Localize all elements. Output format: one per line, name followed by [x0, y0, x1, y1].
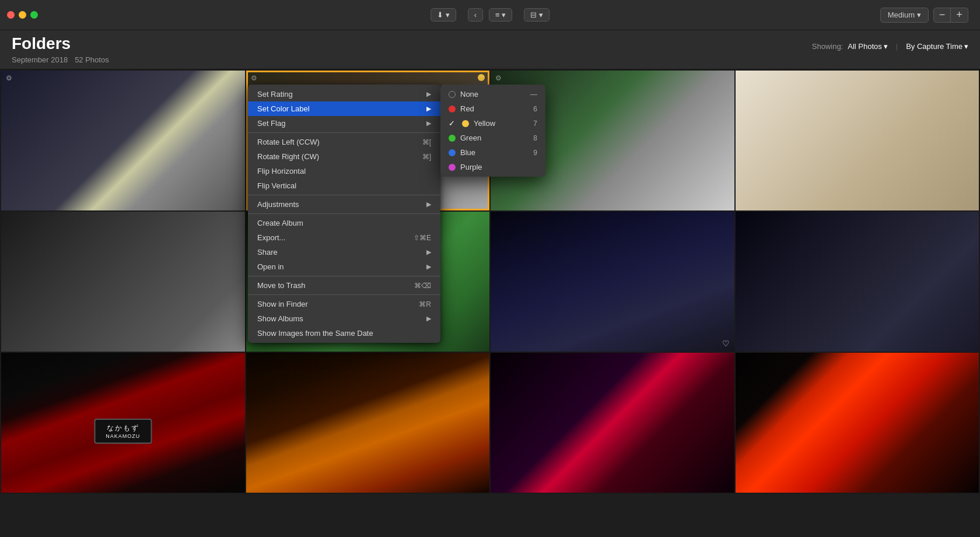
- ctx-share[interactable]: Share ▶: [248, 245, 440, 259]
- photo-cell[interactable]: [736, 353, 979, 493]
- menu-divider: [248, 132, 440, 133]
- color-blue[interactable]: Blue 9: [440, 145, 545, 160]
- separator: |: [896, 42, 898, 51]
- photo-cell[interactable]: [1, 212, 245, 352]
- shortcut-label: ⇧⌘E: [414, 234, 431, 242]
- color-dot-red: [449, 106, 456, 113]
- yellow-label-dot: [478, 74, 485, 81]
- zoom-controls: − +: [933, 8, 968, 23]
- page-title: Folders: [12, 35, 109, 53]
- menu-divider: [248, 294, 440, 295]
- ctx-show-in-finder[interactable]: Show in Finder ⌘R: [248, 297, 440, 311]
- ctx-flip-horizontal[interactable]: Flip Horizontal: [248, 164, 440, 178]
- color-none[interactable]: None —: [440, 87, 545, 101]
- ctx-set-rating[interactable]: Set Rating ▶: [248, 87, 440, 101]
- photo-cell[interactable]: ⚙: [1, 71, 245, 210]
- ctx-show-albums[interactable]: Show Albums ▶: [248, 311, 440, 326]
- titlebar: ⬇ ▾ ‹ ≡ ▾ ⊟ ▾ Medium ▾ − +: [0, 0, 980, 30]
- ctx-rotate-right[interactable]: Rotate Right (CW) ⌘]: [248, 149, 440, 164]
- color-label-submenu: None — Red 6 ✓ Yellow 7 Green 8 Blue 9: [440, 85, 545, 177]
- photo-cell[interactable]: [491, 353, 734, 493]
- color-dot-blue: [449, 149, 456, 156]
- download-button[interactable]: ⬇ ▾: [430, 8, 456, 22]
- menu-divider: [248, 276, 440, 276]
- ctx-set-flag[interactable]: Set Flag ▶: [248, 116, 440, 131]
- ctx-rotate-left[interactable]: Rotate Left (CCW) ⌘[: [248, 135, 440, 149]
- traffic-lights: [7, 11, 38, 19]
- sort-chevron: ▾: [964, 42, 968, 51]
- shortcut-label: ⌘⌫: [414, 282, 431, 290]
- showing-value[interactable]: All Photos ▾: [848, 42, 888, 51]
- menu-divider: [248, 195, 440, 195]
- ctx-move-to-trash[interactable]: Move to Trash ⌘⌫: [248, 278, 440, 293]
- ctx-adjustments[interactable]: Adjustments ▶: [248, 197, 440, 212]
- photo-cell[interactable]: [736, 71, 979, 210]
- photo-cell[interactable]: ♡: [491, 212, 734, 352]
- adjust-icon: ⚙: [495, 74, 502, 82]
- list-view-button[interactable]: ≡ ▾: [489, 8, 512, 22]
- none-circle: [449, 91, 456, 98]
- adjust-icon: ⚙: [251, 74, 257, 82]
- shortcut-label: ⌘[: [422, 138, 431, 146]
- ctx-flip-vertical[interactable]: Flip Vertical: [248, 178, 440, 193]
- color-green[interactable]: Green 8: [440, 131, 545, 145]
- submenu-arrow: ▶: [426, 120, 431, 127]
- ctx-open-in[interactable]: Open in ▶: [248, 259, 440, 274]
- color-label: Purple: [460, 163, 482, 171]
- toolbar-center: ⬇ ▾ ‹ ≡ ▾ ⊟ ▾: [430, 8, 550, 22]
- submenu-arrow: ▶: [426, 105, 431, 113]
- menu-divider: [248, 213, 440, 214]
- close-button[interactable]: [7, 11, 15, 19]
- maximize-button[interactable]: [30, 11, 38, 19]
- showing-label: Showing:: [812, 42, 843, 51]
- color-label: None: [460, 90, 478, 99]
- ctx-export[interactable]: Export... ⇧⌘E: [248, 230, 440, 245]
- zoom-in-button[interactable]: +: [951, 8, 968, 23]
- shortcut-label: ⌘]: [422, 153, 431, 161]
- color-label: Red: [460, 104, 474, 113]
- medium-label: Medium: [888, 10, 915, 19]
- checkmark-icon: ✓: [449, 119, 455, 128]
- submenu-arrow: ▶: [426, 315, 431, 322]
- color-red[interactable]: Red 6: [440, 101, 545, 116]
- showing-chevron: ▾: [884, 42, 888, 51]
- minimize-button[interactable]: [19, 11, 26, 19]
- adjust-icon: ⚙: [6, 74, 12, 82]
- view-toggle-button[interactable]: ⊟ ▾: [524, 8, 550, 22]
- color-dot-purple: [449, 164, 456, 171]
- color-label: Green: [460, 134, 481, 142]
- color-purple[interactable]: Purple: [440, 160, 545, 174]
- zoom-out-button[interactable]: −: [933, 8, 951, 23]
- nav-back-button[interactable]: ‹: [468, 8, 483, 22]
- photo-cell[interactable]: [736, 212, 979, 352]
- submenu-arrow: ▶: [426, 248, 431, 256]
- submenu-arrow: ▶: [426, 201, 431, 208]
- nav-buttons: ⬇ ▾: [430, 8, 456, 22]
- ctx-show-same-date[interactable]: Show Images from the Same Date: [248, 326, 440, 341]
- sort-value[interactable]: By Capture Time ▾: [906, 42, 968, 51]
- header-right: Showing: All Photos ▾ | By Capture Time …: [812, 42, 968, 51]
- photo-cell[interactable]: なかもず NAKAMOZU: [1, 353, 245, 493]
- color-shortcut: 7: [533, 120, 537, 128]
- context-menu: Set Rating ▶ Set Color Label ▶ Set Flag …: [248, 85, 440, 343]
- color-label: Blue: [460, 148, 475, 157]
- color-yellow[interactable]: ✓ Yellow 7: [440, 116, 545, 131]
- color-shortcut: —: [530, 90, 537, 99]
- nav-arrows: ‹ ≡ ▾: [468, 8, 513, 22]
- color-shortcut: 9: [533, 149, 537, 157]
- submenu-arrow: ▶: [426, 263, 431, 271]
- date-subtitle: September 2018: [12, 55, 68, 64]
- color-shortcut: 8: [533, 134, 537, 142]
- ctx-create-album[interactable]: Create Album: [248, 216, 440, 230]
- ctx-set-color-label[interactable]: Set Color Label ▶: [248, 101, 440, 116]
- color-dot-green: [449, 135, 456, 142]
- header: Folders September 2018 52 Photos Showing…: [0, 30, 980, 69]
- submenu-arrow: ▶: [426, 90, 431, 98]
- medium-button[interactable]: Medium ▾: [880, 8, 929, 23]
- heart-icon: ♡: [722, 339, 730, 348]
- photo-cell[interactable]: [246, 353, 490, 493]
- header-left: Folders September 2018 52 Photos: [12, 35, 109, 64]
- color-shortcut: 6: [533, 105, 537, 113]
- medium-chevron: ▾: [917, 10, 921, 19]
- color-label: Yellow: [474, 119, 495, 128]
